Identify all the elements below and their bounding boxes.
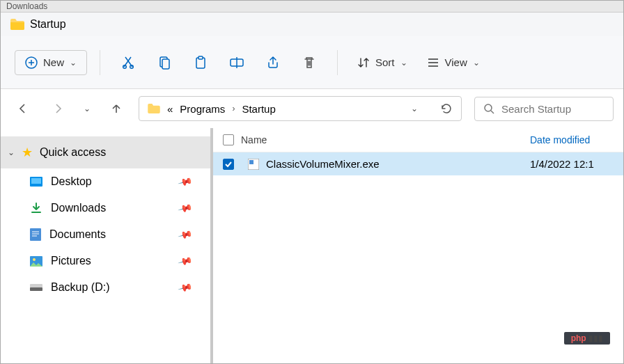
svg-rect-4 bbox=[162, 59, 169, 69]
column-date-header[interactable]: Date modified bbox=[530, 134, 614, 145]
view-button[interactable]: View ⌄ bbox=[420, 52, 487, 73]
select-all-checkbox[interactable] bbox=[223, 134, 234, 145]
quick-access-label: Quick access bbox=[40, 146, 106, 159]
sidebar-item-label: Documents bbox=[49, 228, 106, 241]
svg-rect-17 bbox=[249, 160, 254, 164]
rename-button[interactable] bbox=[221, 47, 252, 78]
new-button[interactable]: New ⌄ bbox=[15, 50, 87, 75]
paste-button[interactable] bbox=[185, 47, 216, 78]
search-icon bbox=[483, 103, 494, 114]
drive-icon bbox=[30, 284, 42, 291]
pictures-icon bbox=[30, 256, 42, 267]
pin-icon: 📌 bbox=[177, 253, 193, 269]
body: ⌄ ★ Quick access Desktop 📌 Downloads 📌 bbox=[1, 128, 623, 363]
file-checkbox[interactable] bbox=[223, 159, 234, 170]
refresh-button[interactable] bbox=[440, 102, 453, 115]
pin-icon: 📌 bbox=[177, 174, 193, 189]
sidebar-item-label: Downloads bbox=[51, 202, 106, 214]
file-explorer-window: Downloads Startup New ⌄ bbox=[0, 0, 624, 364]
column-headers: ⌃ Name Date modified bbox=[213, 128, 623, 152]
folder-icon bbox=[148, 104, 160, 113]
window-titlebar: Startup bbox=[1, 13, 623, 36]
share-button[interactable] bbox=[258, 47, 288, 78]
divider bbox=[100, 50, 100, 75]
chevron-down-icon: ⌄ bbox=[400, 58, 407, 68]
svg-rect-15 bbox=[30, 287, 42, 291]
documents-icon bbox=[30, 228, 41, 241]
svg-point-2 bbox=[130, 65, 134, 68]
svg-point-13 bbox=[33, 258, 36, 261]
breadcrumb[interactable]: « Programs › Startup ⌄ bbox=[139, 96, 462, 121]
forward-button[interactable] bbox=[45, 96, 70, 121]
file-date: 1/4/2022 12:1 bbox=[530, 158, 614, 170]
chevron-down-icon: ⌄ bbox=[8, 148, 15, 157]
pin-icon: 📌 bbox=[177, 227, 193, 242]
sidebar-item-downloads[interactable]: Downloads 📌 bbox=[1, 195, 210, 221]
sidebar-item-label: Pictures bbox=[51, 255, 91, 267]
back-button[interactable] bbox=[10, 96, 36, 121]
chevron-down-icon: ⌄ bbox=[70, 58, 77, 68]
view-button-label: View bbox=[445, 56, 467, 68]
breadcrumb-parent[interactable]: Programs bbox=[180, 103, 225, 115]
svg-rect-10 bbox=[31, 178, 41, 184]
watermark: php ▮▮▮ bbox=[564, 332, 610, 345]
search-box[interactable] bbox=[474, 97, 614, 121]
recent-dropdown[interactable]: ⌄ bbox=[80, 96, 94, 121]
sidebar-item-label: Desktop bbox=[51, 175, 92, 188]
svg-rect-11 bbox=[30, 228, 41, 241]
view-icon bbox=[427, 56, 439, 69]
desktop-icon bbox=[30, 177, 42, 187]
overflow-chevron[interactable]: « bbox=[167, 103, 173, 115]
sidebar-quick-access[interactable]: ⌄ ★ Quick access bbox=[1, 136, 210, 168]
search-input[interactable] bbox=[501, 103, 604, 115]
new-button-label: New bbox=[43, 56, 64, 68]
window-title-text: Startup bbox=[30, 18, 66, 31]
breadcrumb-current[interactable]: Startup bbox=[242, 103, 275, 115]
exe-icon bbox=[248, 159, 259, 170]
pin-icon: 📌 bbox=[177, 280, 193, 295]
breadcrumb-dropdown[interactable]: ⌄ bbox=[411, 104, 418, 113]
cut-button[interactable] bbox=[113, 47, 143, 78]
sort-button[interactable]: Sort ⌄ bbox=[350, 52, 414, 73]
folder-icon bbox=[10, 19, 24, 30]
file-row[interactable]: ClassicVolumeMixer.exe 1/4/2022 12:1 bbox=[213, 152, 623, 175]
delete-button[interactable] bbox=[294, 47, 325, 78]
toolbar: New ⌄ Sort ⌄ View ⌄ bbox=[1, 36, 623, 89]
sidebar-item-desktop[interactable]: Desktop 📌 bbox=[1, 168, 210, 195]
nav-row: ⌄ « Programs › Startup ⌄ bbox=[1, 89, 623, 128]
divider bbox=[337, 50, 338, 75]
column-name-header[interactable]: Name bbox=[241, 134, 530, 145]
svg-rect-6 bbox=[198, 56, 203, 59]
sidebar-item-backup[interactable]: Backup (D:) 📌 bbox=[1, 274, 210, 301]
pin-icon: 📌 bbox=[177, 200, 193, 216]
chevron-down-icon: ⌄ bbox=[473, 58, 480, 68]
plus-icon bbox=[25, 56, 38, 69]
sort-button-label: Sort bbox=[375, 56, 395, 68]
svg-point-1 bbox=[123, 65, 127, 68]
sort-indicator: ⌃ bbox=[419, 128, 424, 132]
copy-button[interactable] bbox=[149, 47, 180, 78]
star-icon: ★ bbox=[22, 145, 33, 160]
up-button[interactable] bbox=[104, 96, 129, 121]
background-window-title: Downloads bbox=[1, 1, 623, 13]
chevron-right-icon: › bbox=[232, 104, 235, 113]
sort-icon bbox=[357, 56, 370, 69]
file-name: ClassicVolumeMixer.exe bbox=[266, 158, 523, 170]
sidebar-item-pictures[interactable]: Pictures 📌 bbox=[1, 248, 210, 274]
svg-point-8 bbox=[485, 104, 492, 111]
sidebar: ⌄ ★ Quick access Desktop 📌 Downloads 📌 bbox=[1, 128, 213, 363]
sidebar-item-documents[interactable]: Documents 📌 bbox=[1, 221, 210, 248]
sidebar-item-label: Backup (D:) bbox=[51, 281, 109, 294]
downloads-icon bbox=[30, 202, 42, 214]
file-list-pane: ⌃ Name Date modified ClassicVolumeMixer.… bbox=[213, 128, 623, 363]
